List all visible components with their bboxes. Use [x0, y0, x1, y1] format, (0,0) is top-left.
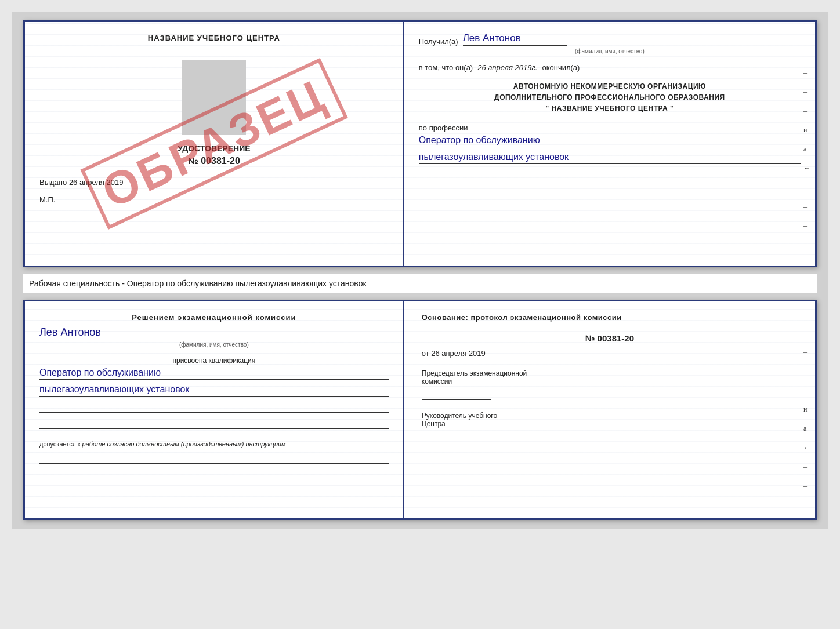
kvalif-line2: пылегазоулавливающих установок: [39, 384, 389, 397]
cert-left: НАЗВАНИЕ УЧЕБНОГО ЦЕНТРА УДОСТОВЕРЕНИЕ №…: [25, 22, 404, 266]
dash-r4: –: [803, 183, 810, 192]
school-title-left: НАЗВАНИЕ УЧЕБНОГО ЦЕНТРА: [39, 34, 389, 42]
poluchil-line: Получил(а) Лев Антонов –: [419, 32, 801, 46]
okonchil-label: окончил(а): [542, 63, 580, 72]
bdash-r4: –: [803, 463, 810, 471]
vydano-date: 26 апреля 2019: [69, 178, 124, 187]
kvalif-line1: Оператор по обслуживанию: [39, 368, 389, 380]
dopuskaetsya-prefix: допускается к: [39, 441, 81, 448]
prisvoena-text: присвоена квалификация: [39, 357, 389, 365]
org-quote-close: ": [670, 104, 674, 112]
predsedatel-block: Председатель экзаменационной комиссии: [422, 369, 798, 400]
bottom-left: Решением экзаменационной комиссии Лев Ан…: [25, 301, 404, 518]
cert-right: Получил(а) Лев Антонов – (фамилия, имя, …: [404, 22, 815, 266]
recipient-name-top: Лев Антонов: [463, 32, 567, 46]
poluchil-label: Получил(а): [419, 37, 458, 46]
predsedatel-line1: Председатель экзаменационной: [422, 369, 798, 377]
bchar-arrow: ←: [803, 443, 810, 452]
profession-line1-top: Оператор по обслуживанию: [419, 135, 801, 147]
bdash-r3: –: [803, 386, 810, 395]
bdash-r5: –: [803, 482, 810, 490]
bottom-right: Основание: протокол экзаменационной коми…: [404, 301, 815, 518]
dopuskaetsya-text: допускается к работе согласно должностны…: [39, 441, 389, 448]
rukovoditel-line2: Центра: [422, 420, 798, 428]
bdash-r2: –: [803, 367, 810, 376]
ot-prefix: от: [422, 349, 429, 358]
mp-label: М.П.: [39, 195, 389, 204]
side-dashes-right-top: – – – и а ← – – –: [803, 68, 810, 230]
rukovoditel-line1: Руководитель учебного: [422, 412, 798, 420]
char-arrow: ←: [803, 164, 810, 173]
rukovoditel-block: Руководитель учебного Центра: [422, 412, 798, 442]
udostoverenie-label: УДОСТОВЕРЕНИЕ: [39, 144, 389, 153]
vydano-label: Выдано: [39, 178, 67, 187]
cert-number-top: № 00381-20: [39, 156, 389, 166]
po-professii-label: по профессии: [419, 123, 801, 132]
org-block: АВТОНОМНУЮ НЕКОММЕРЧЕСКУЮ ОРГАНИЗАЦИЮ ДО…: [419, 81, 801, 115]
org-line2: ДОПОЛНИТЕЛЬНОГО ПРОФЕССИОНАЛЬНОГО ОБРАЗО…: [419, 92, 801, 103]
vydano-line: Выдано 26 апреля 2019: [39, 178, 389, 187]
rukovoditel-sig-line: [422, 431, 491, 442]
osnovanie-text: Основание: протокол экзаменационной коми…: [422, 313, 798, 322]
dash-r1: –: [803, 68, 810, 77]
char-a: а: [803, 145, 810, 154]
dash-r5: –: [803, 202, 810, 211]
vtom-line: в том, что он(а) 26 апреля 2019г. окончи…: [419, 63, 801, 72]
certificate-top: НАЗВАНИЕ УЧЕБНОГО ЦЕНТРА УДОСТОВЕРЕНИЕ №…: [23, 20, 817, 267]
fio-subtitle-top: (фамилия, имя, отчество): [419, 48, 801, 54]
resheniem-text: Решением экзаменационной комиссии: [39, 313, 389, 322]
bdash-r1: –: [803, 348, 810, 357]
dash-r6: –: [803, 221, 810, 230]
sig-line-1: [39, 401, 389, 413]
char-i: и: [803, 126, 810, 134]
predsedatel-line2: комиссии: [422, 377, 798, 386]
dash-r2: –: [803, 88, 810, 96]
page-container: НАЗВАНИЕ УЧЕБНОГО ЦЕНТРА УДОСТОВЕРЕНИЕ №…: [12, 12, 828, 529]
middle-text: Рабочая специальность - Оператор по обсл…: [23, 274, 817, 293]
ot-date-block: от 26 апреля 2019: [422, 349, 798, 358]
dash1: –: [572, 37, 577, 46]
certificate-bottom: Решением экзаменационной комиссии Лев Ан…: [23, 300, 817, 520]
sig-line-2: [39, 417, 389, 429]
side-dashes-right-bottom: – – – и а ← – – –: [803, 348, 810, 510]
dash-r3: –: [803, 107, 810, 115]
bdash-r6: –: [803, 501, 810, 510]
profession-line2-top: пылегазоулавливающих установок: [419, 152, 801, 164]
bchar-a: а: [803, 424, 810, 433]
predsedatel-sig-line: [422, 388, 491, 400]
bchar-i: и: [803, 405, 810, 414]
org-name: НАЗВАНИЕ УЧЕБНОГО ЦЕНТРА: [552, 104, 668, 112]
org-line1: АВТОНОМНУЮ НЕКОММЕРЧЕСКУЮ ОРГАНИЗАЦИЮ: [419, 81, 801, 92]
protocol-number: № 00381-20: [422, 333, 798, 343]
org-quote-open: ": [546, 104, 549, 112]
dopuskaetsya-italic: работе согласно должностным (производств…: [82, 441, 286, 448]
org-line3: " НАЗВАНИЕ УЧЕБНОГО ЦЕНТРА ": [419, 103, 801, 114]
sig-line-3: [39, 452, 389, 464]
vtom-date: 26 апреля 2019г.: [477, 63, 537, 72]
ot-date-value: 26 апреля 2019: [431, 349, 486, 358]
recipient-name-bottom: Лев Антонов: [39, 326, 389, 340]
vtom-prefix: в том, что он(а): [419, 63, 473, 72]
photo-placeholder: [182, 60, 246, 135]
fio-subtitle-bottom: (фамилия, имя, отчество): [39, 341, 389, 348]
